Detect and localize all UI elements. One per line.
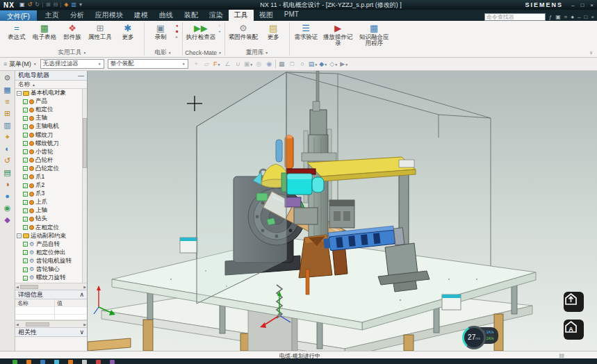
close-button[interactable]: × [590, 2, 594, 8]
tree-item-row[interactable]: ✓⚙齿轮轴心 [15, 265, 82, 274]
taskbar-app-icon-4[interactable] [68, 360, 73, 364]
tab-主页[interactable]: 主页 [40, 9, 65, 21]
pause-movie-icon[interactable]: ● [176, 24, 179, 28]
file-menu-tab[interactable]: 文件(F) [0, 10, 37, 21]
checkbox-icon[interactable]: ✓ [23, 174, 28, 179]
tree-item-row[interactable]: ✓⚙产品自转 [15, 240, 82, 249]
selection-filter-combo[interactable]: 无选择过滤器▼ [40, 59, 104, 69]
tree-item-row[interactable]: ✓凸轮杆 [15, 156, 82, 165]
panel-up-button[interactable] [564, 292, 584, 312]
expander-icon[interactable]: − [17, 233, 22, 238]
add-check-icon[interactable]: + [218, 29, 221, 33]
tree-item-row[interactable]: ✓钻头 [15, 215, 82, 223]
assembly-navigator-icon[interactable]: ▦ [3, 86, 10, 94]
tree-item-row[interactable]: ✓⚙螺纹刀旋转 [15, 274, 82, 282]
tree-item-row[interactable]: ✓产品 [15, 97, 82, 106]
doc-restore-button[interactable]: □ [584, 15, 587, 20]
checkbox-icon[interactable]: ✓ [23, 267, 28, 272]
web-browser-icon[interactable]: ◐ [5, 145, 10, 153]
purple-block[interactable] [285, 197, 301, 207]
spreadsheet-button[interactable]: ▦电子表格 [31, 22, 58, 40]
constraint-navigator-icon[interactable]: ≡ [5, 98, 9, 106]
checkbox-icon[interactable]: ✓ [23, 116, 28, 121]
graphics-viewport[interactable]: A 1.1K/s 0.1K/s 27ms [88, 71, 597, 351]
copy-icon[interactable]: ⊞ [46, 2, 51, 8]
selection-scope-combo[interactable]: 整个装配▼ [108, 59, 188, 69]
doc-window-icon[interactable]: ▣ [555, 15, 561, 20]
checkbox-icon[interactable]: ✓ [23, 166, 28, 171]
lock-selection-icon[interactable]: ◉ [265, 61, 274, 67]
tree-item-row[interactable]: ✓粗定位 [15, 106, 82, 114]
tree-item-row[interactable]: ✓主轴电机 [15, 122, 82, 131]
tree-item-row[interactable]: ✓爪1 [15, 173, 82, 181]
stop-movie-icon[interactable]: ■ [176, 29, 179, 33]
panel-a-button[interactable]: A [564, 320, 584, 340]
record-movie-button[interactable]: ▣录制 [147, 22, 174, 40]
tip-gear-icon[interactable]: ⚙ [4, 74, 11, 82]
show-hide-icon[interactable]: ▦ [277, 61, 286, 67]
highlight-icon[interactable]: ◎ [254, 61, 263, 67]
movie-icon[interactable]: ▥ [71, 2, 76, 8]
redo-icon[interactable]: ↻ [35, 2, 40, 8]
render-style-icon[interactable]: ◆▼ [319, 61, 328, 67]
panel-collapse-button[interactable]: — [78, 72, 84, 79]
tree-item-row[interactable]: ✓螺纹铣刀 [15, 140, 82, 148]
hd3d-tool-icon[interactable]: ✦ [4, 133, 10, 141]
touch-mode-icon[interactable]: ≈ [564, 15, 567, 20]
command-finder-input[interactable] [484, 13, 546, 21]
snap-point-icon[interactable]: + [192, 61, 201, 67]
checkbox-icon[interactable]: ✓ [23, 108, 28, 113]
checkbox-icon[interactable]: ✓ [23, 242, 28, 247]
background-icon[interactable]: ◇▼ [329, 61, 338, 67]
maximize-button[interactable]: □ [580, 2, 584, 8]
more-utilities-button[interactable]: ✱更多 [114, 22, 142, 40]
taskbar-app-icon-5[interactable] [82, 360, 87, 364]
type-filter-icon[interactable]: F▼ [213, 61, 222, 67]
doc-minimize-button[interactable]: – [578, 15, 580, 20]
magnet-icon[interactable]: ∪ [234, 61, 243, 67]
checkbox-icon[interactable]: ✓ [23, 149, 28, 154]
tree-item-row[interactable]: ✓爪2 [15, 181, 82, 190]
checkbox-icon[interactable]: ✓ [23, 200, 28, 205]
minimize-button[interactable]: – [571, 2, 574, 8]
part-navigator-icon[interactable]: ⊞ [4, 110, 10, 117]
tree-item-row[interactable]: ✓上轴 [15, 206, 82, 215]
snap-angle-icon[interactable]: ∠ [223, 61, 232, 67]
tab-工具[interactable]: 工具 [229, 9, 254, 21]
tree-vertical-scrollbar[interactable] [82, 89, 87, 283]
checkbox-icon[interactable]: ✓ [23, 133, 28, 138]
more-reuse-button[interactable]: ▤更多 [259, 22, 287, 40]
checkbox-icon[interactable]: ✓ [23, 208, 28, 213]
details-horizontal-scrollbar[interactable]: ◀▶ [15, 320, 87, 327]
checkbox-icon[interactable]: ✓ [23, 141, 28, 146]
taskbar-app-icon-1[interactable] [26, 360, 31, 364]
tab-曲线[interactable]: 曲线 [154, 9, 179, 21]
taskbar-app-icon-2[interactable] [40, 360, 45, 364]
tab-PMT[interactable]: PMT [279, 9, 304, 21]
expander-icon[interactable]: − [17, 91, 22, 96]
tree-item-row[interactable]: ✓上爪 [15, 198, 82, 206]
tree-item-row[interactable]: ✓爪3 [15, 190, 82, 198]
roles-icon[interactable]: ◆ [4, 216, 10, 224]
touch-icon[interactable]: ◈ [64, 2, 68, 8]
fastener-assembly-button[interactable]: ⚙紧固件装配 [227, 22, 260, 40]
circle-select-icon[interactable]: ○ [298, 61, 307, 67]
tab-视图[interactable]: 视图 [254, 9, 279, 21]
knowledge-fusion-button[interactable]: ▦知识融合应用程序 [356, 22, 392, 47]
load-check-icon[interactable]: ↑ [218, 24, 221, 28]
paste-icon[interactable]: ⊟ [54, 2, 58, 8]
part-families-button[interactable]: ❖部件族 [58, 22, 86, 40]
palette-icon[interactable]: ◑ [5, 181, 10, 188]
fit-window-icon[interactable]: □ [288, 61, 297, 67]
fx-icon[interactable]: ƒ [549, 15, 552, 20]
gray-box[interactable] [329, 200, 354, 228]
checkbox-icon[interactable]: ✓ [23, 250, 28, 255]
save-icon[interactable]: ▣ [19, 2, 25, 8]
tab-分析[interactable]: 分析 [65, 9, 90, 21]
more-view-icon[interactable]: ▶▼ [340, 61, 349, 67]
checkbox-icon[interactable]: ✓ [23, 258, 28, 263]
tree-item-row[interactable]: ✓主轴 [15, 114, 82, 122]
tab-装配[interactable]: 装配 [179, 9, 204, 21]
requirements-validation-button[interactable]: ☰需求验证 [292, 22, 320, 40]
tree-item-row[interactable]: ✓⚙粗定位伸出 [15, 249, 82, 257]
